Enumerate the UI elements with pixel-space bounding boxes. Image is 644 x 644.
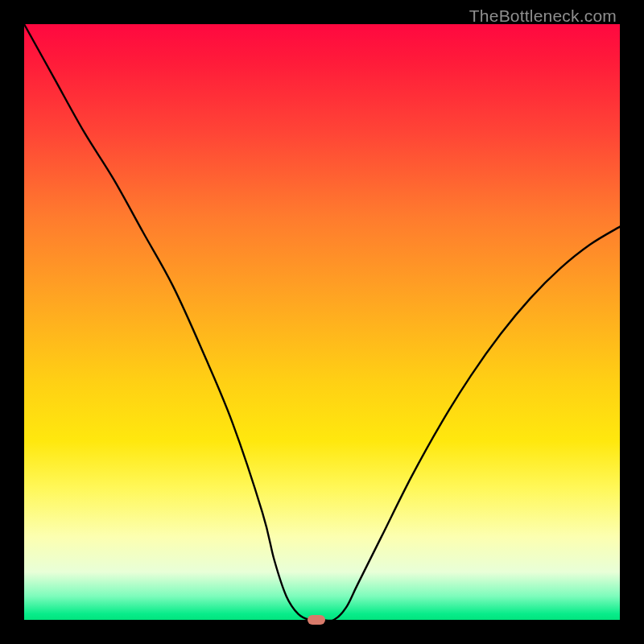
chart-frame: TheBottleneck.com: [0, 0, 644, 644]
min-marker: [308, 615, 325, 625]
bottleneck-curve: [24, 24, 620, 620]
watermark-text: TheBottleneck.com: [469, 6, 617, 26]
plot-area: [24, 24, 620, 620]
